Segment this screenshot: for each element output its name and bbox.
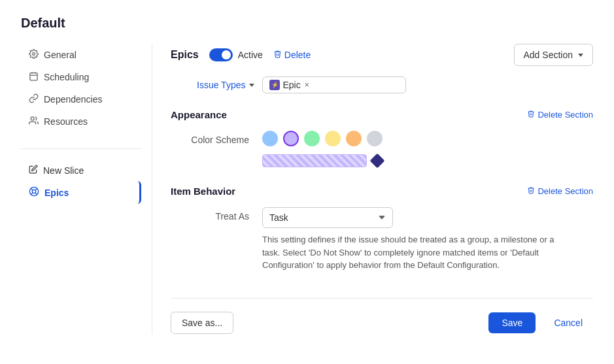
save-as-button[interactable]: Save as...: [171, 312, 233, 334]
delete-link-label: Delete: [284, 50, 311, 60]
footer-right: Save Cancel: [488, 312, 593, 333]
svg-point-7: [32, 190, 35, 193]
sidebar-item-resources-label: Resources: [44, 116, 88, 127]
sidebar-item-resources[interactable]: Resources: [21, 110, 141, 133]
footer: Save as... Save Cancel: [171, 298, 593, 334]
svg-point-5: [31, 117, 34, 120]
sidebar-item-general-label: General: [44, 50, 77, 60]
trash-icon-delete: [273, 50, 282, 60]
chevron-down-issue-types-icon: [249, 84, 254, 87]
scheduling-icon: [29, 71, 39, 83]
general-icon: [29, 49, 39, 61]
add-section-button[interactable]: Add Section: [514, 44, 594, 66]
content-area: Epics Active Delete: [152, 44, 593, 334]
appearance-delete-section-label: Delete Section: [537, 110, 593, 120]
item-behavior-title: Item Behavior: [171, 186, 235, 197]
sidebar-item-scheduling-label: Scheduling: [44, 72, 89, 82]
epics-header-left: Epics Active Delete: [171, 48, 311, 61]
trash-icon-behavior: [527, 186, 535, 196]
color-bar[interactable]: [262, 154, 367, 167]
add-section-label: Add Section: [524, 50, 573, 60]
svg-line-11: [31, 193, 33, 195]
svg-line-9: [35, 193, 37, 195]
item-behavior-delete-section-label: Delete Section: [537, 186, 593, 196]
color-gray[interactable]: [367, 131, 383, 146]
appearance-delete-section-link[interactable]: Delete Section: [527, 110, 593, 120]
epics-section-header: Epics Active Delete: [171, 44, 593, 66]
sidebar-divider: [21, 148, 141, 149]
delete-link[interactable]: Delete: [273, 50, 311, 60]
page-title: Default: [21, 16, 593, 31]
pencil-icon: [29, 165, 38, 176]
treat-as-help-text: This setting defines if the issue should…: [262, 233, 563, 272]
svg-line-8: [31, 188, 33, 190]
epic-tag: ⚡ Epic ×: [269, 80, 309, 90]
color-purple[interactable]: [283, 131, 299, 146]
svg-line-10: [35, 188, 37, 190]
color-diamond: [370, 154, 385, 169]
item-behavior-section: Item Behavior Delete Section Treat As Ta…: [171, 186, 593, 272]
sidebar-item-general[interactable]: General: [21, 44, 141, 66]
chevron-down-icon: [578, 54, 583, 57]
issue-types-label: Issue Types: [197, 80, 245, 90]
issue-types-row: Issue Types ⚡ Epic ×: [197, 76, 593, 93]
color-green[interactable]: [304, 131, 320, 146]
color-yellow[interactable]: [325, 131, 341, 146]
epics-title: Epics: [171, 49, 199, 61]
epic-tag-close[interactable]: ×: [305, 80, 309, 90]
treat-as-row: Treat As Task Group Milestone Do Not Sho…: [171, 207, 593, 272]
appearance-header: Appearance Delete Section: [171, 109, 593, 120]
epic-tag-label: Epic: [282, 80, 300, 90]
trash-icon-appearance: [527, 110, 535, 120]
color-bar-row: [262, 154, 593, 167]
dependencies-icon: [29, 93, 39, 105]
color-scheme-label: Color Scheme: [171, 131, 249, 145]
color-orange[interactable]: [346, 131, 362, 146]
item-behavior-header: Item Behavior Delete Section: [171, 186, 593, 197]
sidebar-item-dependencies[interactable]: Dependencies: [21, 88, 141, 110]
new-slice-label: New Slice: [43, 165, 84, 176]
appearance-title: Appearance: [171, 109, 227, 120]
sidebar-item-dependencies-label: Dependencies: [44, 94, 103, 105]
treat-as-label: Treat As: [171, 207, 249, 222]
epics-item-label: Epics: [44, 188, 69, 198]
treat-as-select[interactable]: Task Group Milestone Do Not Show Default…: [262, 207, 393, 228]
cancel-button[interactable]: Cancel: [543, 312, 593, 333]
epics-icon: [29, 186, 39, 199]
new-slice-button[interactable]: New Slice: [21, 159, 141, 181]
color-blue[interactable]: [262, 131, 278, 146]
resources-icon: [29, 116, 39, 127]
issue-types-dropdown[interactable]: Issue Types: [197, 80, 254, 90]
sidebar: General Scheduling Dependencies: [21, 44, 152, 334]
sidebar-nav: General Scheduling Dependencies: [21, 44, 141, 133]
toggle-group: Active: [209, 48, 263, 61]
sidebar-item-scheduling[interactable]: Scheduling: [21, 66, 141, 88]
treat-as-container: Task Group Milestone Do Not Show Default…: [262, 207, 563, 272]
active-toggle-label: Active: [238, 50, 263, 60]
color-scheme-row: Color Scheme: [171, 131, 593, 146]
active-toggle[interactable]: [209, 48, 233, 61]
svg-rect-1: [30, 73, 37, 80]
appearance-section: Appearance Delete Section Color Scheme: [171, 109, 593, 167]
epic-tag-icon: ⚡: [269, 80, 280, 90]
svg-point-0: [33, 53, 35, 56]
save-button[interactable]: Save: [488, 312, 536, 333]
color-options: [262, 131, 383, 146]
filter-tags-container: ⚡ Epic ×: [262, 76, 406, 93]
item-behavior-delete-section-link[interactable]: Delete Section: [527, 186, 593, 196]
sidebar-item-epics[interactable]: Epics: [21, 181, 141, 204]
